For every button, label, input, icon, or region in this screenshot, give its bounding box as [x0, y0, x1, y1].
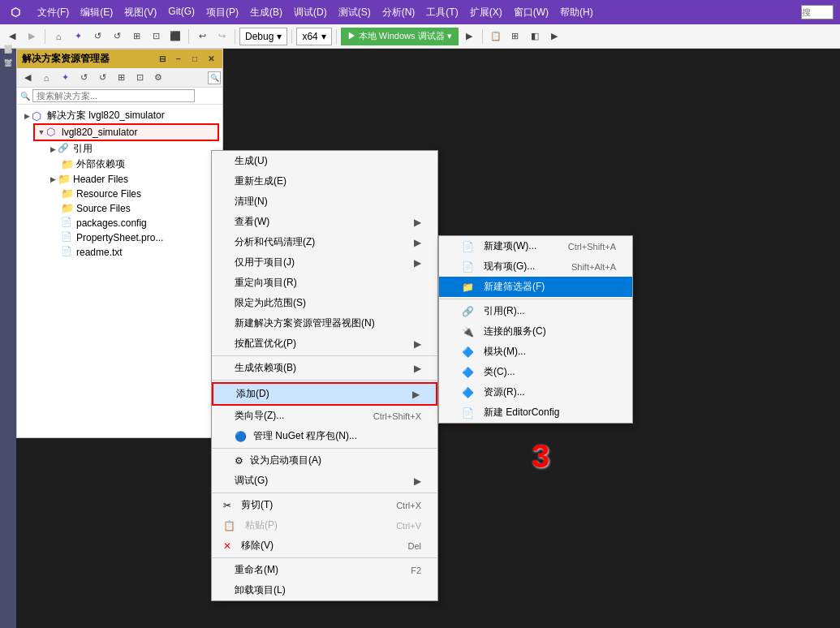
menu-item-4[interactable]: 项目(P) [201, 4, 243, 21]
ctx-class-wizard[interactable]: 类向导(Z)... Ctrl+Shift+X [212, 406, 437, 426]
ctx-optimize[interactable]: 按配置优化(P) ▶ [212, 333, 437, 354]
toolbar-btn-7[interactable]: ⬛ [166, 28, 184, 45]
pin-button[interactable]: ⊟ [156, 53, 169, 66]
sub-new-item[interactable]: 📄 新建项(W)... Ctrl+Shift+A [439, 236, 632, 256]
left-tab-2[interactable]: 工具箱 [1, 68, 15, 78]
menu-item-5[interactable]: 生成(B) [245, 4, 287, 21]
sub-class[interactable]: 🔷 类(C)... [439, 362, 632, 382]
ctx-scope[interactable]: 限定为此范围(S) [212, 293, 437, 313]
tree-resource[interactable]: 📁 Resource Files [46, 187, 219, 201]
ctx-nuget[interactable]: 🔵 管理 NuGet 程序包(N)... [212, 426, 437, 446]
sub-connected[interactable]: 🔌 连接的服务(C) [439, 321, 632, 342]
debug-dropdown[interactable]: Debug ▾ [239, 28, 287, 45]
menu-item-11[interactable]: 窗口(W) [509, 4, 554, 21]
main-toolbar: ◀ ▶ ⌂ ✦ ↺ ↺ ⊞ ⊡ ⬛ ↩ ↪ Debug ▾ x64 ▾ ▶ 本地… [0, 24, 840, 49]
panel-tb-5[interactable]: ⊞ [112, 69, 130, 87]
panel-tb-4[interactable]: ↺ [93, 69, 111, 87]
tree-packages[interactable]: 📄 packages.config [46, 216, 219, 230]
menu-item-12[interactable]: 帮助(H) [555, 4, 598, 21]
panel-maximize[interactable]: □ [188, 53, 201, 66]
remove-icon: ✕ [223, 540, 231, 552]
prop-icon: 📄 [61, 231, 74, 244]
ctx-analyze[interactable]: 分析和代码清理(Z) ▶ [212, 232, 437, 252]
ctx-add[interactable]: 添加(D) ▶ [212, 382, 437, 406]
pkg-icon: 📄 [61, 217, 74, 230]
tree-project[interactable]: ▼ ⬡ lvgl820_simulator [33, 123, 219, 141]
toolbar-btn-3[interactable]: ↺ [88, 28, 106, 45]
menu-item-7[interactable]: 测试(S) [334, 4, 376, 21]
menu-item-8[interactable]: 分析(N) [377, 4, 420, 21]
panel-close[interactable]: ✕ [205, 53, 218, 66]
toolbar-btn-12[interactable]: ⊞ [506, 28, 524, 45]
ctx-paste[interactable]: 📋 粘贴(P) Ctrl+V [212, 515, 437, 536]
menu-item-2[interactable]: 视图(V) [119, 4, 162, 21]
panel-tb-7[interactable]: ⚙ [149, 69, 167, 87]
toolbar-btn-13[interactable]: ◧ [526, 28, 544, 45]
sep6 [482, 29, 483, 44]
platform-dropdown[interactable]: x64 ▾ [296, 28, 331, 45]
sub-new-filter[interactable]: 📁 新建筛选器(F) [439, 277, 632, 297]
sub-reference[interactable]: 🔗 引用(R)... [439, 301, 632, 321]
sub-resource[interactable]: 🔷 资源(R)... [439, 382, 632, 402]
header-label: Header Files [73, 174, 128, 185]
menu-item-3[interactable]: Git(G) [163, 4, 200, 21]
ctx-redirect[interactable]: 重定向项目(R) [212, 273, 437, 293]
menu-item-6[interactable]: 调试(D) [289, 4, 332, 21]
tree-external[interactable]: 📁 外部依赖项 [46, 157, 219, 172]
ctx-project-only[interactable]: 仅用于项目(J) ▶ [212, 252, 437, 273]
ctx-unload[interactable]: 卸载项目(L) [212, 580, 437, 600]
toolbar-btn-9[interactable]: ↪ [213, 28, 230, 45]
toolbar-btn-6[interactable]: ⊡ [147, 28, 165, 45]
global-search-input[interactable] [801, 5, 834, 19]
ctx-debug[interactable]: 调试(G) ▶ [212, 471, 437, 491]
panel-search-btn[interactable]: 🔍 [208, 71, 221, 84]
sub-existing-item[interactable]: 📄 现有项(G)... Shift+Alt+A [439, 256, 632, 277]
menu-item-1[interactable]: 编辑(E) [75, 4, 118, 21]
panel-tb-1[interactable]: ◀ [19, 69, 37, 87]
panel-tb-6[interactable]: ⊡ [131, 69, 149, 87]
toolbar-btn-2[interactable]: ✦ [69, 28, 87, 45]
left-tab-1[interactable]: 解决方案资源管理器 [1, 55, 15, 65]
ctx-clean[interactable]: 清理(N) [212, 191, 437, 212]
menu-item-0[interactable]: 文件(F) [32, 4, 74, 21]
panel-tb-3[interactable]: ↺ [75, 69, 93, 87]
ctx-cut[interactable]: ✂ 剪切(T) Ctrl+X [212, 495, 437, 515]
tree-readme[interactable]: 📄 readme.txt [46, 245, 219, 260]
ctx-set-startup[interactable]: ⚙ 设为启动项目(A) [212, 450, 437, 471]
toolbar-btn-4[interactable]: ↺ [108, 28, 126, 45]
panel-tb-2[interactable]: ⌂ [37, 69, 55, 87]
toolbar-btn-10[interactable]: ▶ [460, 28, 478, 45]
menu-item-10[interactable]: 扩展(X) [465, 4, 507, 21]
cut-shortcut: Ctrl+X [396, 501, 421, 510]
ctx-remove[interactable]: ✕ 移除(V) Del [212, 536, 437, 556]
ctx-regenerate[interactable]: 重新生成(E) [212, 171, 437, 191]
tree-source[interactable]: 📁 Source Files [46, 201, 219, 216]
panel-tb-star[interactable]: ✦ [56, 69, 74, 87]
tree-property[interactable]: 📄 PropertySheet.pro... [46, 230, 219, 245]
toolbar-btn-11[interactable]: 📋 [487, 28, 505, 45]
view-arrow: ▶ [414, 217, 421, 228]
sub-editorconfig[interactable]: 📄 新建 EditorConfig [439, 402, 632, 423]
ctx-build-deps[interactable]: 生成依赖项(B) ▶ [212, 358, 437, 378]
toolbar-btn-5[interactable]: ⊞ [127, 28, 145, 45]
ctx-view[interactable]: 查看(W) ▶ [212, 212, 437, 232]
ctx-new-view[interactable]: 新建解决方案资源管理器视图(N) [212, 313, 437, 333]
back-btn[interactable]: ◀ [3, 28, 21, 45]
sub-module[interactable]: 🔷 模块(M)... [439, 342, 632, 362]
ctx-generate[interactable]: 生成(U) [212, 151, 437, 171]
toolbar-btn-1[interactable]: ⌂ [50, 28, 67, 45]
toolbar-btn-14[interactable]: ▶ [545, 28, 563, 45]
ctx-rename[interactable]: 重命名(M) F2 [212, 560, 437, 580]
new-item-icon: 📄 [462, 241, 474, 252]
solution-label: 解决方案 lvgl820_simulator [47, 109, 165, 123]
search-input[interactable] [32, 89, 195, 102]
run-button[interactable]: ▶ 本地 Windows 调试器 ▾ [341, 28, 459, 45]
tree-ref[interactable]: ▶ 🔗 引用 [46, 141, 219, 157]
forward-btn[interactable]: ▶ [23, 28, 41, 45]
panel-minimize[interactable]: − [172, 53, 185, 66]
left-sidebar: 解决方案资源管理器 工具箱 [0, 49, 16, 628]
toolbar-btn-8[interactable]: ↩ [193, 28, 211, 45]
tree-solution[interactable]: ▶ ⬡ 解决方案 lvgl820_simulator [20, 108, 219, 123]
tree-header[interactable]: ▶ 📁 Header Files [46, 172, 219, 187]
menu-item-9[interactable]: 工具(T) [421, 4, 463, 21]
